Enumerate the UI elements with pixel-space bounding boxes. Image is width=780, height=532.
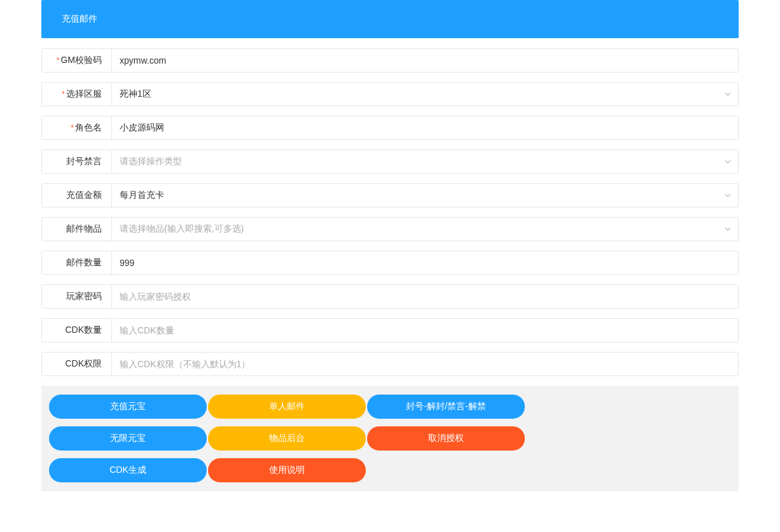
server-select[interactable]: 死神1区 — [112, 83, 738, 106]
mail-quantity-label: 邮件数量 — [42, 251, 112, 274]
player-password-row: 玩家密码 — [41, 284, 739, 309]
cdk-permission-input[interactable] — [112, 353, 738, 375]
ban-mute-row: 封号禁言 请选择操作类型 — [41, 150, 739, 174]
role-name-row: * 角色名 — [41, 116, 739, 140]
cdk-generate-button[interactable]: CDK生成 — [49, 458, 207, 482]
ban-mute-label: 封号禁言 — [42, 150, 112, 173]
mail-quantity-input[interactable] — [112, 251, 738, 274]
recharge-amount-label: 充值金额 — [42, 184, 112, 207]
mail-quantity-row: 邮件数量 — [41, 251, 739, 275]
page-title: 充值邮件 — [62, 13, 97, 25]
recharge-amount-select[interactable]: 每月首充卡 — [112, 184, 738, 207]
required-marker: * — [71, 123, 74, 132]
role-name-input[interactable] — [112, 116, 738, 139]
gm-code-row: * GM校验码 — [41, 48, 739, 73]
ban-unban-button[interactable]: 封号-解封/禁言-解禁 — [367, 395, 525, 419]
mail-items-select[interactable]: 请选择物品(输入即搜索,可多选) — [112, 218, 738, 241]
role-name-label: * 角色名 — [42, 116, 112, 139]
cancel-auth-button[interactable]: 取消授权 — [367, 426, 525, 451]
cdk-permission-row: CDK权限 — [41, 352, 739, 376]
cdk-quantity-row: CDK数量 — [41, 318, 739, 342]
gm-code-label: * GM校验码 — [42, 49, 112, 72]
cdk-quantity-input[interactable] — [112, 319, 738, 342]
server-label: * 选择区服 — [42, 83, 112, 106]
mail-items-row: 邮件物品 请选择物品(输入即搜索,可多选) — [41, 217, 739, 241]
recharge-amount-row: 充值金额 每月首充卡 — [41, 183, 739, 207]
required-marker: * — [62, 90, 65, 99]
page-header: 充值邮件 — [41, 0, 739, 38]
cdk-quantity-label: CDK数量 — [42, 319, 112, 342]
item-backend-button[interactable]: 物品后台 — [208, 426, 366, 451]
gm-code-input[interactable] — [112, 49, 738, 72]
button-area: 充值元宝 单人邮件 封号-解封/禁言-解禁 无限元宝 物品后台 取消授权 CDK… — [41, 386, 739, 491]
player-password-input[interactable] — [112, 285, 738, 308]
cdk-permission-label: CDK权限 — [42, 353, 112, 375]
recharge-yuanbao-button[interactable]: 充值元宝 — [49, 395, 207, 419]
player-password-label: 玩家密码 — [42, 285, 112, 308]
mail-items-label: 邮件物品 — [42, 218, 112, 241]
usage-instructions-button[interactable]: 使用说明 — [208, 458, 366, 482]
server-row: * 选择区服 死神1区 — [41, 82, 739, 106]
unlimited-yuanbao-button[interactable]: 无限元宝 — [49, 426, 207, 451]
ban-mute-select[interactable]: 请选择操作类型 — [112, 150, 738, 173]
required-marker: * — [57, 56, 60, 65]
single-mail-button[interactable]: 单人邮件 — [208, 395, 366, 419]
